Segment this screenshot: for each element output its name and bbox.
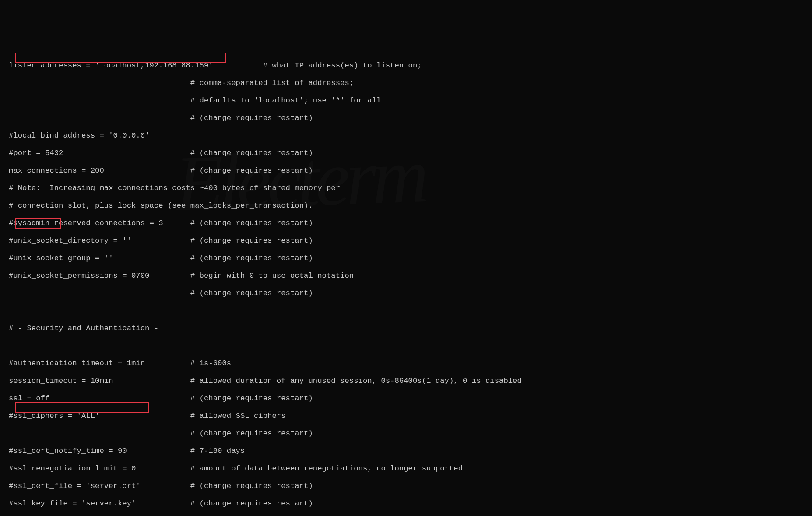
config-line: #sysadmin_reserved_connections = 3 # (ch… <box>9 219 803 228</box>
config-line: # (change requires restart) <box>9 429 803 438</box>
config-line: #local_bind_address = '0.0.0.0' <box>9 131 803 140</box>
config-line: ssl = off # (change requires restart) <box>9 394 803 403</box>
config-line: #ssl_key_file = 'server.key' # (change r… <box>9 499 803 508</box>
config-line: # comma-separated list of addresses; <box>9 79 803 88</box>
config-line: #ssl_cert_notify_time = 90 # 7-180 days <box>9 447 803 456</box>
terminal-output[interactable]: Electerm listen_addresses = 'localhost,1… <box>9 44 803 516</box>
config-line: # (change requires restart) <box>9 114 803 123</box>
config-line: #unix_socket_group = '' # (change requir… <box>9 254 803 263</box>
config-line: # Note: Increasing max_connections costs… <box>9 184 803 193</box>
config-line: # (change requires restart) <box>9 289 803 298</box>
highlight-password-encryption <box>15 402 149 413</box>
config-line: session_timeout = 10min # allowed durati… <box>9 377 803 385</box>
config-line <box>9 307 803 315</box>
config-line <box>9 342 803 350</box>
config-line: #ssl_renegotiation_limit = 0 # amount of… <box>9 464 803 473</box>
config-line: #ssl_ciphers = 'ALL' # allowed SSL ciphe… <box>9 412 803 421</box>
config-line: #ssl_cert_file = 'server.crt' # (change … <box>9 482 803 491</box>
config-line: #unix_socket_directory = '' # (change re… <box>9 237 803 245</box>
config-line: # defaults to 'localhost'; use '*' for a… <box>9 96 803 105</box>
config-line: #authentication_timeout = 1min # 1s-600s <box>9 359 803 368</box>
config-line: listen_addresses = 'localhost,192.168.88… <box>9 61 803 70</box>
config-line: max_connections = 200 # (change requires… <box>9 166 803 175</box>
config-line: #port = 5432 # (change requires restart) <box>9 149 803 158</box>
config-line: # - Security and Authentication - <box>9 324 803 333</box>
config-line: #unix_socket_permissions = 0700 # begin … <box>9 272 803 280</box>
config-line: # connection slot, plus lock space (see … <box>9 201 803 210</box>
